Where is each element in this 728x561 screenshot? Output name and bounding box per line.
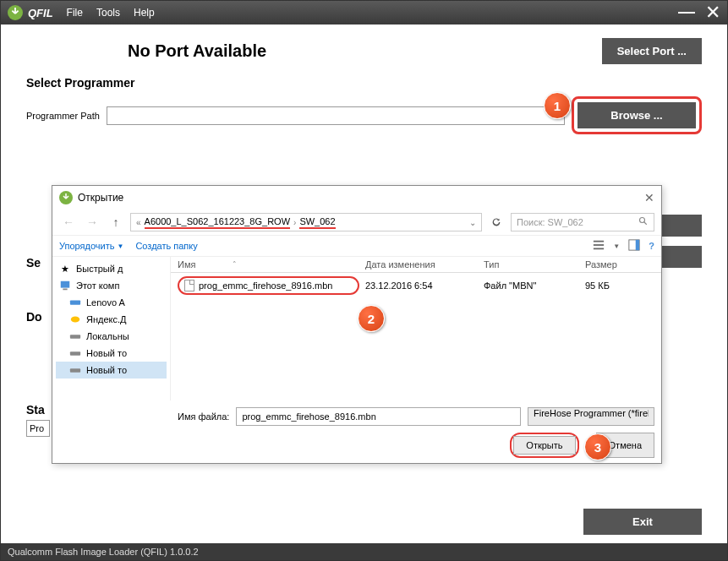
svg-rect-6 xyxy=(636,240,639,250)
svg-rect-12 xyxy=(70,351,80,355)
open-highlight: Открыть xyxy=(510,433,578,458)
select-programmer-label: Select Programmer xyxy=(26,76,702,90)
titlebar: QFIL File Tools Help ✕ xyxy=(1,1,727,25)
file-name: prog_emmc_firehose_8916.mbn xyxy=(199,280,332,291)
svg-rect-7 xyxy=(61,281,70,288)
menu-help[interactable]: Help xyxy=(134,7,155,19)
breadcrumb-overflow-icon[interactable]: « xyxy=(136,218,141,227)
svg-rect-2 xyxy=(594,241,604,242)
col-name[interactable]: Имя ˄ xyxy=(171,259,365,270)
minimize-icon[interactable] xyxy=(678,12,695,14)
file-row[interactable]: prog_emmc_firehose_8916.mbn 23.12.2016 6… xyxy=(171,273,661,298)
download-label: Do xyxy=(26,310,42,324)
filename-input[interactable] xyxy=(236,407,521,426)
file-size: 95 КБ xyxy=(585,280,644,291)
file-type: Файл "MBN" xyxy=(484,280,585,291)
cloud-icon xyxy=(69,313,81,325)
col-type[interactable]: Тип xyxy=(484,259,585,270)
view-list-icon[interactable] xyxy=(593,239,605,253)
sidebar-item-pc[interactable]: Этот комп xyxy=(56,277,167,294)
svg-rect-13 xyxy=(70,368,80,372)
browse-button[interactable]: Browse ... xyxy=(577,102,696,128)
disk-icon xyxy=(69,297,81,308)
file-highlight: prog_emmc_firehose_8916.mbn xyxy=(178,276,359,295)
address-bar[interactable]: « A6000_L_S062_161223_8G_ROW › SW_062 ⌄ xyxy=(130,213,482,231)
menu-file[interactable]: File xyxy=(67,7,83,19)
programmer-path-label: Programmer Path xyxy=(26,111,100,121)
star-icon: ★ xyxy=(59,263,71,275)
filename-label: Имя файла: xyxy=(178,411,229,422)
file-date: 23.12.2016 6:54 xyxy=(365,280,484,291)
app-title: QFIL xyxy=(28,7,53,19)
search-icon xyxy=(638,216,649,228)
menu-tools[interactable]: Tools xyxy=(96,7,120,19)
callout-1: 1 xyxy=(544,92,571,119)
browse-highlight: Browse ... xyxy=(572,96,702,134)
open-button[interactable]: Открыть xyxy=(513,436,575,455)
view-dropdown-icon[interactable]: ▼ xyxy=(613,242,620,250)
svg-rect-4 xyxy=(594,248,604,250)
callout-2: 2 xyxy=(358,305,385,332)
chevron-down-icon[interactable]: ⌄ xyxy=(469,218,476,227)
hdd-icon xyxy=(69,347,81,359)
file-open-dialog: Открытие ✕ ← → ↑ « A6000_L_S062_161223_8… xyxy=(52,185,662,464)
organize-button[interactable]: Упорядочить▼ xyxy=(59,241,123,251)
preview-pane-icon[interactable] xyxy=(628,239,640,253)
new-folder-button[interactable]: Создать папку xyxy=(135,241,197,251)
sidebar-item-new2[interactable]: Новый то xyxy=(56,362,167,379)
svg-point-10 xyxy=(71,317,80,323)
nav-back-icon[interactable]: ← xyxy=(59,213,78,231)
sidebar-item-new1[interactable]: Новый то xyxy=(56,345,167,362)
dialog-close-icon[interactable]: ✕ xyxy=(644,191,654,204)
nav-up-icon[interactable]: ↑ xyxy=(107,213,125,231)
hdd-icon xyxy=(69,364,81,376)
svg-rect-9 xyxy=(70,300,80,304)
refresh-icon[interactable] xyxy=(487,213,506,231)
svg-rect-3 xyxy=(594,244,604,246)
pc-icon xyxy=(59,280,71,291)
sidebar-item-quick[interactable]: ★ Быстрый д xyxy=(56,260,167,277)
filter-dropdown[interactable]: FireHose Programmer (*firehos xyxy=(528,407,654,426)
svg-point-0 xyxy=(640,218,645,223)
search-placeholder: Поиск: SW_062 xyxy=(517,217,583,227)
select-port-button[interactable]: Select Port ... xyxy=(602,38,702,64)
statusbar: Qualcomm Flash Image Loader (QFIL) 1.0.0… xyxy=(1,543,727,560)
sidebar-item-local[interactable]: Локальны xyxy=(56,328,167,345)
select-build-label: Se xyxy=(26,256,41,270)
sidebar-item-yandex[interactable]: Яндекс.Д xyxy=(56,311,167,328)
app-logo-icon xyxy=(8,5,23,20)
col-date[interactable]: Дата изменения xyxy=(365,259,484,270)
exit-button[interactable]: Exit xyxy=(583,509,702,535)
col-size[interactable]: Размер xyxy=(585,259,644,270)
chevron-right-icon: › xyxy=(293,218,296,227)
status-prefix-input[interactable] xyxy=(26,420,50,437)
programmer-path-input[interactable] xyxy=(107,106,565,125)
nav-forward-icon[interactable]: → xyxy=(83,213,101,231)
callout-3: 3 xyxy=(584,433,611,460)
help-icon[interactable]: ? xyxy=(649,241,654,251)
search-input[interactable]: Поиск: SW_062 xyxy=(511,213,654,231)
sort-asc-icon: ˄ xyxy=(233,260,237,269)
breadcrumb-2[interactable]: SW_062 xyxy=(299,216,335,229)
dialog-logo-icon xyxy=(59,191,73,204)
dialog-title: Открытие xyxy=(78,192,123,204)
status-label: Sta xyxy=(26,403,45,417)
svg-rect-8 xyxy=(63,289,67,291)
file-list: Имя ˄ Дата изменения Тип Размер prog_emm… xyxy=(171,257,661,400)
sidebar: ★ Быстрый д Этот комп Lenovo A Яндекс.Д xyxy=(52,257,171,400)
breadcrumb-1[interactable]: A6000_L_S062_161223_8G_ROW xyxy=(145,216,290,229)
no-port-label: No Port Available xyxy=(128,41,266,61)
svg-rect-11 xyxy=(70,335,80,338)
hdd-icon xyxy=(69,330,81,342)
file-icon xyxy=(184,280,194,291)
sidebar-item-lenovo[interactable]: Lenovo A xyxy=(56,294,167,311)
svg-line-1 xyxy=(644,222,647,225)
close-icon[interactable]: ✕ xyxy=(705,3,720,22)
